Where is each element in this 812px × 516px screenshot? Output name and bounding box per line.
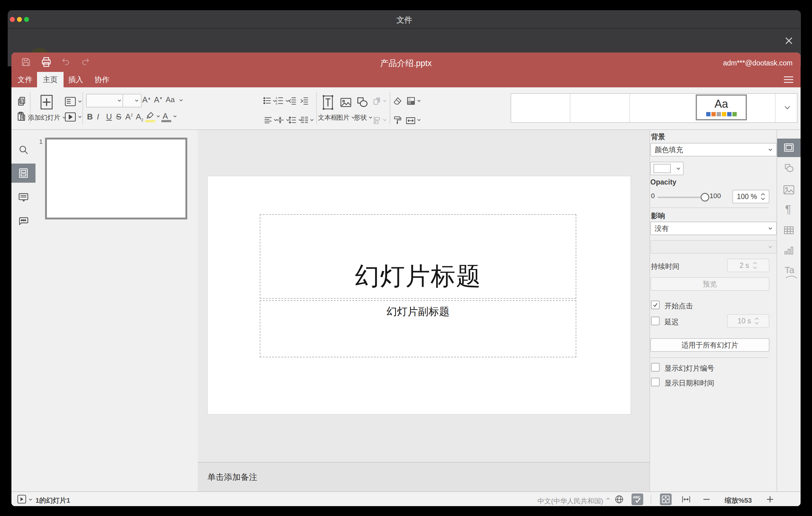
copy-icon[interactable]	[16, 96, 27, 107]
apply-to-all-button[interactable]: 适用于所有幻灯片	[650, 338, 770, 352]
chevron-down-icon[interactable]	[383, 100, 386, 102]
add-slide-button[interactable]: 添加幻灯片	[24, 113, 70, 122]
divider	[650, 357, 768, 358]
chevron-down-icon[interactable]	[179, 99, 183, 102]
chat-icon[interactable]	[18, 216, 29, 227]
opacity-slider[interactable]	[658, 197, 704, 198]
tab-collaboration[interactable]: 协作	[90, 72, 114, 87]
fit-to-width-icon[interactable]	[682, 495, 691, 504]
fill-color-picker[interactable]	[650, 162, 684, 175]
delay-spinner[interactable]: 10 s	[727, 314, 770, 328]
paragraph-settings-icon[interactable]: ¶	[785, 203, 791, 216]
search-icon[interactable]	[18, 144, 29, 155]
chevron-down-icon[interactable]	[417, 119, 421, 121]
strikeout-button[interactable]: S	[116, 113, 121, 121]
language-status[interactable]: 中文(中华人民共和国)	[532, 496, 603, 506]
show-date-time-checkbox[interactable]	[651, 378, 660, 386]
image-icon[interactable]	[340, 96, 352, 109]
color-scheme-icon[interactable]	[406, 96, 415, 106]
table-settings-icon[interactable]	[784, 225, 794, 235]
subscript-button[interactable]: A2	[136, 113, 143, 122]
tab-file[interactable]: 文件	[13, 72, 37, 87]
add-slide-icon[interactable]	[40, 94, 53, 110]
chevron-down-icon[interactable]	[78, 116, 82, 118]
opacity-slider-handle[interactable]	[701, 193, 709, 202]
shape-icon[interactable]	[356, 96, 368, 108]
increase-indent-icon[interactable]	[300, 96, 309, 105]
chevron-down-icon[interactable]	[156, 115, 160, 118]
underline-button[interactable]: U	[106, 113, 112, 121]
shape-settings-icon[interactable]	[784, 163, 794, 173]
start-on-click-checkbox[interactable]	[651, 300, 660, 309]
copy-style-icon[interactable]	[393, 115, 402, 125]
theme-tile[interactable]	[748, 94, 775, 121]
theme-tile[interactable]	[571, 94, 629, 121]
delay-checkbox[interactable]	[651, 317, 660, 325]
gallery-expand-icon[interactable]	[784, 106, 791, 110]
slide-size-icon[interactable]	[406, 116, 415, 125]
spellcheck-toggle-active[interactable]: ABC	[632, 493, 643, 505]
zoom-out-icon[interactable]	[703, 499, 710, 500]
theme-tile[interactable]	[511, 94, 570, 121]
arrange-icon[interactable]	[372, 96, 382, 106]
slides-panel-tab-active[interactable]	[11, 164, 35, 183]
notes-placeholder[interactable]: 单击添加备注	[207, 471, 257, 483]
font-size-select[interactable]	[122, 94, 142, 107]
set-language-icon[interactable]	[614, 495, 624, 504]
horizontal-align-icon[interactable]	[264, 116, 272, 124]
zoom-in-icon[interactable]	[767, 496, 774, 503]
opacity-spinner[interactable]: 100 %	[732, 190, 770, 203]
decrease-font-button[interactable]: A▼	[154, 96, 163, 104]
textbox-icon[interactable]	[323, 95, 333, 110]
align-shapes-icon[interactable]	[372, 116, 382, 125]
slide-layout-icon[interactable]	[64, 96, 76, 107]
chevron-down-icon[interactable]	[173, 115, 177, 118]
change-case-button[interactable]: Aa	[166, 96, 175, 104]
chart-settings-icon[interactable]	[784, 245, 794, 256]
italic-button[interactable]: I	[97, 113, 99, 121]
chevron-down-icon[interactable]	[78, 100, 82, 103]
tab-insert[interactable]: 插入	[64, 72, 88, 87]
start-slideshow-icon[interactable]	[64, 111, 76, 122]
bold-button[interactable]: B	[87, 113, 93, 121]
title-placeholder[interactable]: 幻灯片标题	[260, 214, 576, 299]
preview-button[interactable]: 预览	[650, 277, 770, 291]
start-slideshow-status-icon[interactable]	[17, 495, 26, 504]
fit-to-slide-toggle-active[interactable]	[660, 493, 672, 505]
superscript-button[interactable]: A2	[125, 113, 133, 121]
font-color-button[interactable]: A	[163, 112, 168, 120]
chevron-down-icon[interactable]	[383, 119, 386, 121]
theme-tile-selected[interactable]: Aa	[696, 94, 747, 120]
theme-tile[interactable]	[630, 94, 696, 121]
duration-spinner[interactable]: 2 s	[727, 259, 770, 272]
columns-icon[interactable]	[300, 116, 309, 124]
vertical-align-icon[interactable]	[276, 116, 285, 124]
decrease-indent-icon[interactable]	[288, 96, 297, 105]
textart-settings-icon[interactable]: Ta	[785, 265, 798, 278]
tab-home[interactable]: 主页	[37, 72, 63, 87]
image-settings-icon[interactable]	[783, 184, 795, 195]
subtitle-placeholder[interactable]: 幻灯片副标题	[260, 300, 576, 357]
clear-style-icon[interactable]	[393, 96, 402, 105]
close-icon[interactable]	[784, 36, 793, 46]
effect-type-select-disabled[interactable]	[650, 240, 777, 254]
stepper-icon[interactable]	[761, 193, 765, 201]
show-slide-number-checkbox[interactable]	[651, 363, 660, 372]
notes-area[interactable]	[198, 462, 649, 492]
highlight-color-icon[interactable]	[146, 111, 154, 120]
font-name-select[interactable]	[86, 94, 124, 107]
bullets-icon[interactable]	[263, 96, 271, 105]
line-spacing-icon[interactable]	[288, 116, 297, 124]
slide-thumbnail[interactable]	[45, 138, 187, 220]
numbering-icon[interactable]: 123	[275, 96, 284, 105]
comments-icon[interactable]	[18, 192, 29, 203]
increase-font-button[interactable]: A▲	[142, 96, 151, 104]
effect-select[interactable]: 没有	[650, 222, 777, 235]
menu-icon[interactable]	[784, 76, 793, 83]
chevron-down-icon[interactable]	[29, 498, 32, 501]
ribbon-toolbar: 添加幻灯片 A▲ A▼ Aa B I U	[11, 87, 801, 130]
titlebar[interactable]: 文件	[8, 10, 801, 29]
chevron-down-icon[interactable]	[417, 100, 421, 102]
slide-settings-tab-active[interactable]	[777, 139, 801, 157]
fill-type-select[interactable]: 颜色填充	[650, 143, 777, 156]
